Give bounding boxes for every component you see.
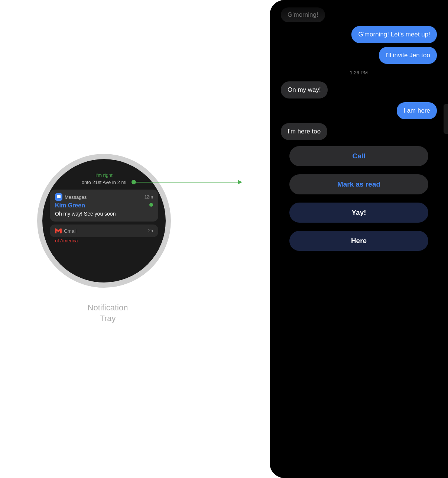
yay-button[interactable]: Yay! <box>289 203 428 223</box>
app-info: Messages <box>55 193 87 201</box>
phone-display: G'morning! G'morning! Let's meet up! I'l… <box>270 0 448 478</box>
nav-sub: onto 21st Ave in 2 mi <box>42 180 166 185</box>
gradient-top <box>270 0 448 22</box>
messages-icon <box>55 193 62 201</box>
message-sent-2: I'll invite Jen too <box>379 47 437 64</box>
watch-display: I'm right onto 21st Ave in 2 mi Messages… <box>37 154 171 288</box>
mark-as-read-button[interactable]: Mark as read <box>289 174 428 194</box>
message-sent-3: I am here <box>397 102 437 119</box>
call-button[interactable]: Call <box>289 146 428 166</box>
message-received-1: On my way! <box>281 81 328 98</box>
notification-card[interactable]: Messages 12m Kim Green Oh my way! See yo… <box>50 190 158 222</box>
connection-arrowhead <box>238 180 242 184</box>
time-stamp: 1:26 PM <box>277 70 441 75</box>
notification-header: Messages 12m <box>55 193 153 201</box>
here-button[interactable]: Here <box>289 231 428 251</box>
notif-message: Oh my way! See you soon <box>55 210 153 217</box>
message-received-2: I'm here too <box>281 123 327 140</box>
nav-text: I'm right <box>42 172 166 179</box>
gmail-preview: of America <box>42 238 166 243</box>
messages-list: G'morning! G'morning! Let's meet up! I'l… <box>277 0 441 253</box>
left-section: I'm right onto 21st Ave in 2 mi Messages… <box>0 0 215 478</box>
watch-container: I'm right onto 21st Ave in 2 mi Messages… <box>37 154 178 295</box>
notif-time: 12m <box>145 194 153 200</box>
gmail-info: Gmail <box>55 227 77 234</box>
notif-sender: Kim Green <box>55 202 153 209</box>
phone-edge-button <box>444 104 448 134</box>
notification-tray-label: NotificationTray <box>88 303 128 324</box>
gmail-time: 2h <box>148 228 153 233</box>
gradient-bottom <box>270 456 448 478</box>
gmail-card[interactable]: Gmail 2h <box>50 225 158 237</box>
gmail-icon <box>55 227 62 234</box>
gmail-name: Gmail <box>64 228 77 234</box>
message-sent-1: G'morning! Let's meet up! <box>351 26 437 43</box>
app-name-label: Messages <box>65 194 87 200</box>
